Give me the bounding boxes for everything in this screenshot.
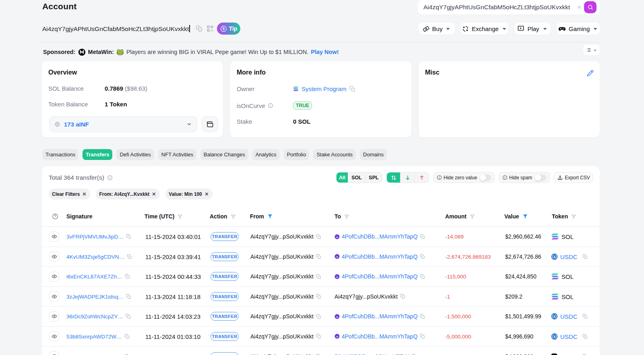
svg-text:$: $: [223, 27, 225, 31]
